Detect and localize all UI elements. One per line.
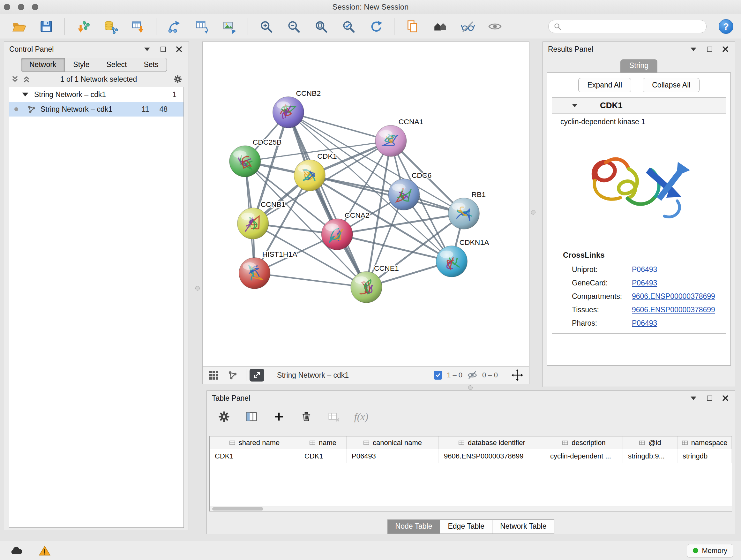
splitter-handle[interactable] (468, 385, 473, 390)
crosslink-compartments[interactable]: 9606.ENSP00000378699 (632, 291, 715, 301)
expand-all-networks-button[interactable] (22, 75, 31, 84)
cell-namespace[interactable]: stringdb (677, 449, 732, 463)
panel-close-button[interactable] (175, 45, 184, 54)
column-header-namespace[interactable]: namespace (677, 436, 732, 449)
new-table-from-network-button[interactable] (192, 16, 212, 37)
panel-close-button[interactable] (721, 394, 730, 402)
birds-eye-view-button[interactable] (208, 370, 219, 381)
collapse-all-button[interactable]: Collapse All (643, 78, 699, 92)
network-node-CCNA1[interactable] (375, 125, 407, 157)
show-columns-button[interactable] (243, 408, 260, 426)
splitter-handle[interactable] (531, 210, 536, 214)
export-image-button[interactable] (219, 16, 240, 37)
cell-id[interactable]: stringdb:9... (623, 449, 677, 463)
tab-network[interactable]: Network (21, 58, 65, 72)
crosslink-tissues[interactable]: 9606.ENSP00000378699 (632, 305, 715, 315)
network-node-CDKN1A[interactable] (436, 246, 468, 277)
open-session-button[interactable] (9, 16, 29, 37)
session-home-button[interactable] (430, 16, 450, 37)
panel-float-button[interactable] (705, 394, 714, 402)
network-node-CCNB1[interactable] (238, 208, 269, 239)
zoom-selected-button[interactable] (338, 16, 359, 37)
network-node-CCNE1[interactable] (351, 272, 382, 303)
network-node-CDK1[interactable] (294, 160, 325, 191)
import-network-file-button[interactable] (73, 16, 93, 37)
scrollbar-thumb[interactable] (212, 507, 263, 510)
network-node-CCNB2[interactable] (273, 97, 304, 128)
cell-shared-name[interactable]: CDK1 (210, 449, 299, 463)
warnings-button[interactable] (36, 544, 54, 558)
network-collection-row[interactable]: String Network – cdk1 1 (9, 87, 184, 102)
copy-document-button[interactable] (402, 16, 423, 37)
cell-description[interactable]: cyclin-dependent ... (545, 449, 623, 463)
network-edge-CCNB2-CCNE1[interactable] (288, 112, 366, 287)
pan-crosshair-icon[interactable] (511, 369, 523, 381)
panel-close-button[interactable] (721, 45, 730, 54)
refresh-button[interactable] (366, 16, 386, 37)
expand-all-button[interactable]: Expand All (578, 78, 631, 92)
table-row[interactable]: CDK1 CDK1 P06493 9606.ENSP00000378699 cy… (210, 449, 732, 463)
zoom-out-button[interactable] (283, 16, 304, 37)
zoom-in-button[interactable] (256, 16, 276, 37)
collapse-section-icon[interactable] (572, 104, 578, 107)
collapse-all-networks-button[interactable] (10, 75, 19, 84)
create-column-button[interactable] (270, 408, 288, 426)
column-header-database-identifier[interactable]: database identifier (439, 436, 545, 449)
tab-select[interactable]: Select (98, 58, 136, 72)
save-session-button[interactable] (36, 16, 57, 37)
cell-name[interactable]: CDK1 (299, 449, 347, 463)
hidden-elements-icon[interactable] (467, 370, 478, 380)
new-network-from-selection-button[interactable] (164, 16, 185, 37)
column-header-description[interactable]: description (545, 436, 623, 449)
network-options-button[interactable] (173, 75, 182, 84)
import-table-button[interactable] (128, 16, 148, 37)
hide-details-button[interactable] (457, 16, 478, 37)
disclosure-triangle-icon[interactable] (22, 92, 28, 97)
cloud-status-button[interactable] (8, 544, 25, 558)
crosslink-pharos[interactable]: P06493 (632, 318, 657, 328)
delete-column-button[interactable] (297, 408, 315, 426)
protein-card-header[interactable]: CDK1 (552, 98, 726, 114)
network-edge-CDK1-RB1[interactable] (310, 175, 464, 213)
tab-node-table[interactable]: Node Table (387, 519, 441, 534)
tab-edge-table[interactable]: Edge Table (440, 519, 492, 534)
cell-canonical-name[interactable]: P06493 (347, 449, 439, 463)
network-row-selected[interactable]: String Network – cdk1 11 48 (9, 102, 184, 117)
tab-string[interactable]: String (620, 59, 657, 72)
panel-menu-button[interactable] (143, 45, 151, 54)
close-window-button[interactable] (4, 4, 10, 10)
selected-elements-checkbox[interactable] (434, 371, 442, 380)
network-node-RB1[interactable] (448, 198, 479, 229)
table-horizontal-scrollbar[interactable] (210, 506, 732, 511)
splitter-handle[interactable] (195, 286, 200, 291)
panel-menu-button[interactable] (689, 45, 698, 54)
zoom-window-button[interactable] (32, 4, 38, 10)
apply-function-button[interactable]: f(x) (352, 408, 370, 426)
minimize-window-button[interactable] (18, 4, 24, 10)
network-edge-HIST1H1A-CCNE1[interactable] (255, 273, 366, 287)
network-node-CCNA2[interactable] (321, 219, 353, 250)
open-in-new-window-button[interactable] (250, 369, 264, 381)
zoom-fit-button[interactable] (311, 16, 331, 37)
network-overview-button[interactable] (227, 370, 238, 380)
import-network-database-button[interactable] (100, 16, 121, 37)
column-header-shared-name[interactable]: shared name (210, 436, 299, 449)
memory-button[interactable]: Memory (687, 544, 733, 557)
network-canvas[interactable]: CCNB2CCNA1CDC25BCDK1CDC6RB1CCNB1CCNA2CDK… (202, 42, 529, 367)
tab-sets[interactable]: Sets (135, 58, 167, 72)
panel-float-button[interactable] (158, 45, 167, 54)
tab-style[interactable]: Style (65, 58, 98, 72)
network-node-CDC6[interactable] (388, 179, 420, 210)
crosslink-uniprot[interactable]: P06493 (632, 264, 657, 274)
cell-database-identifier[interactable]: 9606.ENSP00000378699 (439, 449, 545, 463)
column-header-name[interactable]: name (299, 436, 347, 449)
table-options-button[interactable] (215, 408, 233, 426)
help-button[interactable]: ? (719, 19, 733, 34)
show-details-button[interactable] (485, 16, 505, 37)
column-header-id[interactable]: @id (623, 436, 677, 449)
network-node-HIST1H1A[interactable] (239, 258, 270, 289)
crosslink-genecard[interactable]: P06493 (632, 278, 657, 288)
column-header-canonical-name[interactable]: canonical name (347, 436, 439, 449)
panel-menu-button[interactable] (689, 394, 698, 402)
network-node-CDC25B[interactable] (229, 145, 261, 177)
